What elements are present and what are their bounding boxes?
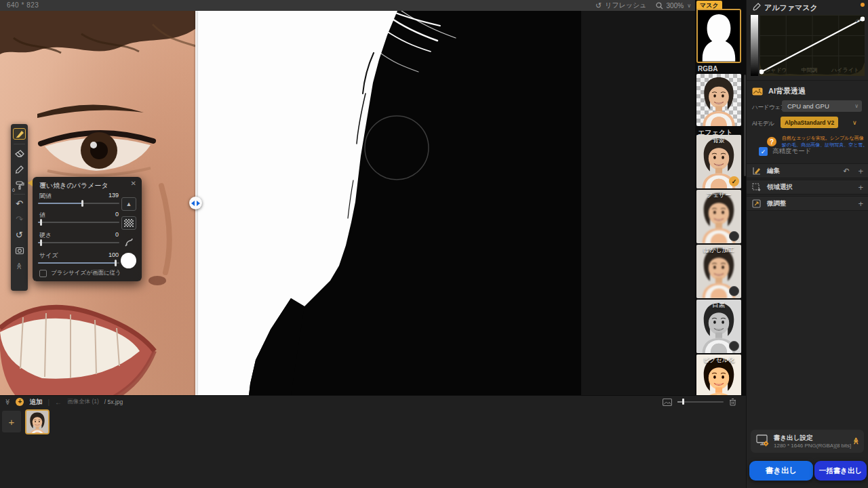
- pen-tool-button[interactable]: [13, 163, 26, 176]
- trash-icon[interactable]: [729, 398, 736, 406]
- mask-thumbnail[interactable]: [696, 9, 741, 63]
- toolbar-collapse-button[interactable]: ≪: [13, 260, 26, 272]
- effect-thumbnail[interactable]: ぼかし加工: [696, 245, 741, 298]
- threshold-slider[interactable]: [38, 203, 119, 204]
- brush-parameters-panel: 覆い焼きのパラメータ ✕ 閾値 139 値 0 硬さ 0 サイズ 100 ▲ ブ…: [33, 177, 142, 281]
- canvas-top-bar: 640 * 823 ↺ リフレッシュ 300% ∨: [0, 0, 695, 11]
- precision-checkbox[interactable]: ✓: [759, 147, 768, 156]
- effect-label: フェザー: [696, 191, 741, 200]
- batch-export-button[interactable]: 一括書き出し: [814, 461, 867, 481]
- export-button[interactable]: 書き出し: [749, 461, 813, 481]
- brush-tool-button[interactable]: [13, 128, 26, 140]
- panel-close-button[interactable]: ✕: [131, 180, 136, 187]
- image-dimensions: 640 * 823: [7, 1, 39, 9]
- thumbnail-size-slider[interactable]: [677, 401, 724, 403]
- effect-label: 白黒: [696, 301, 741, 310]
- slider-handle[interactable]: [81, 200, 83, 207]
- slider-handle[interactable]: [115, 260, 117, 266]
- size-slider[interactable]: [38, 262, 119, 264]
- slider-label: 閾値: [39, 192, 52, 201]
- export-settings-box[interactable]: 書き出し設定 1280 * 1646 PNG(RGBA)[8 bits] ≪: [751, 430, 864, 453]
- slider-handle[interactable]: [682, 399, 684, 405]
- marquee-tool-button[interactable]: [13, 244, 26, 257]
- mask-pane[interactable]: [196, 11, 581, 395]
- divider: |: [47, 399, 50, 406]
- slider-value: 100: [108, 251, 119, 258]
- filmstrip-controls: ≪ + 追加 | ← 画像全体 (1) / 5x.jpg: [0, 396, 746, 408]
- compare-divider-handle[interactable]: [189, 197, 202, 209]
- slider-handle[interactable]: [40, 219, 42, 226]
- refresh-label[interactable]: リフレッシュ: [605, 1, 646, 10]
- section-expand-icon[interactable]: +: [858, 199, 863, 209]
- add-image-label[interactable]: 追加: [29, 398, 42, 407]
- effect-thumbnail[interactable]: ピクセル化: [696, 354, 741, 395]
- brush-preview-circle: [121, 253, 136, 268]
- redo-button[interactable]: ↷: [13, 213, 26, 226]
- brush-size-checkbox-row[interactable]: ブラシサイズが画面に従う: [39, 269, 121, 277]
- canvas-background: [581, 11, 695, 395]
- slider-handle[interactable]: [40, 239, 42, 246]
- add-image-button[interactable]: +: [2, 411, 21, 432]
- section-region-select[interactable]: 領域選択 +: [747, 180, 868, 195]
- eraser-tool-button[interactable]: [13, 147, 26, 160]
- effect-toggle-button[interactable]: [729, 231, 739, 241]
- brush-pattern-button[interactable]: [121, 216, 136, 230]
- section-expand-icon[interactable]: +: [858, 166, 863, 176]
- export-settings-icon: [756, 434, 770, 447]
- section-undo-icon[interactable]: ↶: [843, 167, 849, 176]
- curve-label-highlight: ハイライト: [831, 66, 859, 74]
- export-settings-expand-icon[interactable]: ≪: [852, 437, 859, 444]
- current-filename: / 5x.jpg: [104, 399, 123, 405]
- effect-toggle-button[interactable]: [729, 286, 739, 296]
- effect-label: 背景: [696, 136, 741, 145]
- checker-icon: [124, 219, 134, 227]
- effect-toggle-button[interactable]: ✓: [729, 176, 739, 186]
- slider-label: サイズ: [39, 251, 58, 260]
- hardware-select[interactable]: CPU and GPU ∨: [782, 100, 862, 112]
- filmstrip-collapse-icon[interactable]: ≪: [4, 399, 11, 405]
- ai-section-header: AI背景透過: [752, 86, 806, 96]
- section-edit[interactable]: 編集 ↶ +: [747, 163, 868, 178]
- model-select[interactable]: AlphaStandard V2: [781, 117, 838, 128]
- precision-mode-row[interactable]: ✓ 高精度モード: [759, 147, 811, 156]
- rgba-thumbnail[interactable]: [696, 74, 741, 126]
- brush-size-checkbox-label: ブラシサイズが画面に従う: [51, 269, 121, 277]
- brush-dynamics-button[interactable]: [121, 235, 136, 249]
- image-scope-label: 画像全体 (1): [67, 398, 99, 406]
- filmstrip-thumbnail[interactable]: [25, 409, 50, 434]
- roller-tool-button[interactable]: 0: [13, 178, 26, 191]
- hardware-value: CPU and GPU: [787, 102, 829, 110]
- add-image-icon[interactable]: +: [16, 398, 24, 406]
- hardness-slider[interactable]: [38, 242, 119, 243]
- mask-image: [196, 11, 581, 395]
- fine-tune-icon: [752, 199, 761, 208]
- panel-anchor-icon: [28, 180, 33, 186]
- brush-shape-button[interactable]: ▲: [121, 197, 136, 211]
- zoom-chevron-icon[interactable]: ∨: [687, 3, 691, 9]
- effect-thumbnail[interactable]: 白黒: [696, 300, 741, 353]
- back-arrow-icon[interactable]: ←: [55, 399, 62, 406]
- refresh-icon[interactable]: ↺: [595, 2, 601, 9]
- precision-label: 高精度モード: [772, 147, 811, 156]
- slider-value: 0: [115, 211, 119, 218]
- toolbar-divider: [14, 194, 25, 195]
- undo-button[interactable]: ↶: [13, 197, 26, 210]
- value-slider[interactable]: [38, 222, 119, 223]
- brush-size-checkbox[interactable]: [39, 270, 47, 277]
- filmstrip-panel: ≪ + 追加 | ← 画像全体 (1) / 5x.jpg: [0, 395, 746, 488]
- reset-button[interactable]: ↺: [13, 228, 26, 241]
- divider: [747, 80, 868, 81]
- zoom-level[interactable]: 300%: [667, 2, 684, 9]
- curve-label-shadow: シャドウ: [765, 66, 787, 74]
- effect-thumbnail[interactable]: 背景 ✓: [696, 135, 741, 188]
- ai-section-title: AI背景透過: [768, 86, 806, 96]
- help-icon[interactable]: ?: [767, 137, 776, 146]
- section-expand-icon[interactable]: +: [858, 182, 863, 192]
- model-value: AlphaStandard V2: [785, 119, 834, 126]
- model-chevron-icon[interactable]: ∨: [852, 119, 857, 126]
- section-fine-tune[interactable]: 微調整 +: [747, 196, 868, 211]
- alpha-curve-widget[interactable]: シャドウ 中間調 ハイライト ↶: [751, 15, 865, 76]
- effect-toggle-button[interactable]: [729, 341, 739, 351]
- curve-reset-icon[interactable]: ↶: [855, 18, 861, 25]
- effect-thumbnail[interactable]: フェザー: [696, 190, 741, 243]
